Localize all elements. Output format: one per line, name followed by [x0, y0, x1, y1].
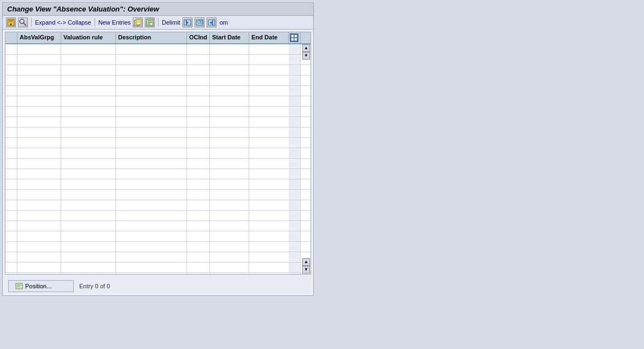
row-startdate[interactable]	[210, 211, 249, 220]
row-startdate[interactable]	[210, 55, 249, 65]
row-enddate[interactable]	[249, 96, 289, 106]
table-row[interactable]	[5, 148, 311, 159]
row-absvalgrp[interactable]	[17, 273, 61, 274]
row-valrule[interactable]	[61, 86, 116, 96]
row-desc[interactable]	[116, 159, 187, 168]
row-select[interactable]	[5, 96, 17, 106]
save-icon[interactable]	[6, 18, 16, 27]
row-startdate[interactable]	[210, 221, 249, 231]
row-desc[interactable]	[116, 211, 187, 220]
delimit-icon1[interactable]: ▶	[183, 18, 192, 27]
row-startdate[interactable]	[210, 200, 249, 210]
delimit-btn[interactable]: Delimit	[162, 19, 180, 26]
table-row[interactable]	[5, 159, 311, 169]
table-row[interactable]	[5, 127, 311, 138]
row-desc[interactable]	[116, 200, 187, 210]
row-desc[interactable]	[116, 127, 187, 137]
table-row[interactable]	[5, 117, 311, 127]
row-select[interactable]	[5, 117, 17, 127]
row-absvalgrp[interactable]	[17, 75, 61, 85]
row-valrule[interactable]	[61, 231, 116, 241]
row-desc[interactable]	[116, 242, 187, 252]
table-row[interactable]	[5, 96, 311, 107]
row-absvalgrp[interactable]	[17, 159, 61, 168]
row-valrule[interactable]	[61, 190, 116, 200]
row-valrule[interactable]	[61, 148, 116, 158]
row-startdate[interactable]	[210, 148, 249, 158]
row-ocind[interactable]	[187, 252, 210, 262]
table-row[interactable]	[5, 55, 311, 65]
row-enddate[interactable]	[249, 75, 289, 85]
row-ocind[interactable]	[187, 159, 210, 168]
row-enddate[interactable]	[249, 159, 289, 168]
row-absvalgrp[interactable]	[17, 169, 61, 179]
row-select[interactable]	[5, 127, 17, 137]
row-select[interactable]	[5, 75, 17, 85]
row-ocind[interactable]	[187, 127, 210, 137]
row-enddate[interactable]	[249, 231, 289, 241]
row-ocind[interactable]	[187, 107, 210, 117]
row-select[interactable]	[5, 159, 17, 168]
row-desc[interactable]	[116, 263, 187, 272]
row-ocind[interactable]	[187, 190, 210, 200]
row-ocind[interactable]	[187, 221, 210, 231]
row-ocind[interactable]	[187, 179, 210, 189]
row-startdate[interactable]	[210, 127, 249, 137]
row-absvalgrp[interactable]	[17, 211, 61, 220]
col-config-header[interactable]	[289, 32, 301, 43]
row-startdate[interactable]	[210, 273, 249, 274]
row-valrule[interactable]	[61, 107, 116, 117]
row-ocind[interactable]	[187, 44, 210, 54]
row-startdate[interactable]	[210, 86, 249, 96]
table-row[interactable]	[5, 252, 311, 263]
row-select[interactable]	[5, 190, 17, 200]
scroll-up-btn-bottom[interactable]: ▲	[302, 258, 310, 266]
row-ocind[interactable]	[187, 75, 210, 85]
row-select[interactable]	[5, 273, 17, 274]
scroll-down-btn-bottom[interactable]: ▼	[302, 266, 310, 274]
row-ocind[interactable]	[187, 263, 210, 272]
row-enddate[interactable]	[249, 242, 289, 252]
row-startdate[interactable]	[210, 263, 249, 272]
row-absvalgrp[interactable]	[17, 242, 61, 252]
row-desc[interactable]	[116, 273, 187, 274]
table-row[interactable]	[5, 75, 311, 86]
row-desc[interactable]	[116, 44, 187, 54]
row-select[interactable]	[5, 44, 17, 54]
row-enddate[interactable]	[249, 263, 289, 272]
row-valrule[interactable]	[61, 127, 116, 137]
row-startdate[interactable]	[210, 96, 249, 106]
row-select[interactable]	[5, 55, 17, 65]
row-valrule[interactable]	[61, 96, 116, 106]
row-desc[interactable]	[116, 86, 187, 96]
row-valrule[interactable]	[61, 159, 116, 168]
scroll-down-btn[interactable]: ▼	[302, 52, 310, 60]
table-row[interactable]	[5, 221, 311, 231]
row-enddate[interactable]	[249, 200, 289, 210]
row-absvalgrp[interactable]	[17, 190, 61, 200]
row-desc[interactable]	[116, 65, 187, 75]
row-enddate[interactable]	[249, 169, 289, 179]
row-startdate[interactable]	[210, 231, 249, 241]
row-desc[interactable]	[116, 252, 187, 262]
row-absvalgrp[interactable]	[17, 231, 61, 241]
row-valrule[interactable]	[61, 221, 116, 231]
row-desc[interactable]	[116, 148, 187, 158]
row-ocind[interactable]	[187, 169, 210, 179]
row-ocind[interactable]	[187, 211, 210, 220]
row-ocind[interactable]	[187, 96, 210, 106]
row-enddate[interactable]	[249, 107, 289, 117]
row-ocind[interactable]	[187, 55, 210, 65]
row-valrule[interactable]	[61, 138, 116, 148]
row-valrule[interactable]	[61, 242, 116, 252]
delimit-icon3[interactable]: ◀	[207, 18, 216, 27]
row-valrule[interactable]	[61, 273, 116, 274]
row-ocind[interactable]	[187, 86, 210, 96]
table-row[interactable]	[5, 86, 311, 96]
row-desc[interactable]	[116, 138, 187, 148]
row-valrule[interactable]	[61, 117, 116, 127]
table-row[interactable]	[5, 263, 311, 273]
row-select[interactable]	[5, 107, 17, 117]
row-valrule[interactable]	[61, 169, 116, 179]
scroll-up-btn[interactable]: ▲	[302, 44, 310, 52]
